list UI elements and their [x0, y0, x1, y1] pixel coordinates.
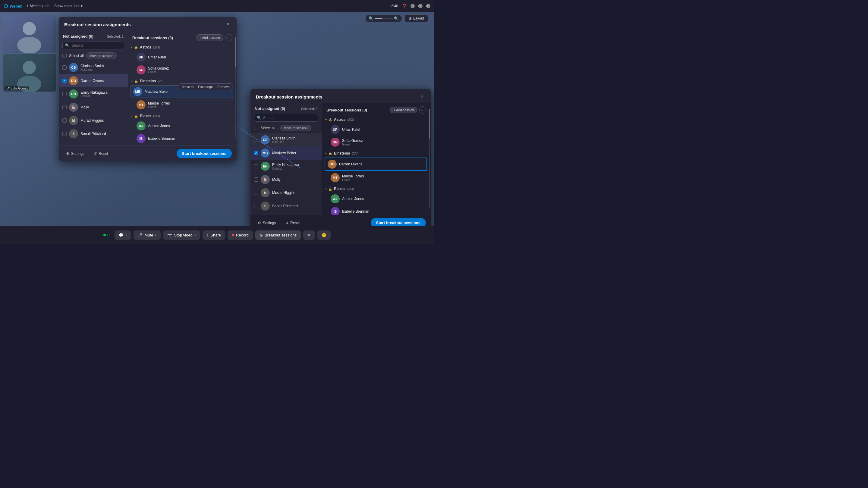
avatar: UP [136, 53, 146, 62]
record-btn[interactable]: Record [227, 230, 253, 240]
more-options-btn-1[interactable]: ··· [225, 34, 232, 41]
mute-btn[interactable]: 🎤 Mute ▾ [133, 230, 161, 240]
modal-1-close-btn[interactable]: × [225, 21, 231, 28]
footer-left: ⚙ Settings ↺ Reset [64, 150, 111, 157]
person-checkbox[interactable] [62, 92, 67, 96]
person-checkbox[interactable] [254, 138, 258, 142]
list-item[interactable]: S Sonali Pritchard [250, 199, 322, 213]
action-popup: Move to | Exchange | Remove [179, 84, 232, 90]
person-name: Murad Higgins [272, 191, 318, 195]
select-all-row: Select all Move to session [59, 51, 128, 61]
session-header-blazes-2[interactable]: ▾ 🔒 Blazes (3/3) [322, 185, 430, 193]
list-item[interactable]: MB Matthew Baker [250, 147, 322, 160]
person-checkbox[interactable] [62, 105, 67, 109]
person-checkbox[interactable] [62, 119, 67, 123]
exchange-btn[interactable]: Exchange [198, 85, 213, 89]
help-icon: ❓ [402, 4, 407, 8]
reset-btn-2[interactable]: ↺ Reset [283, 220, 302, 226]
session-member[interactable]: AJ Austen Jones [128, 120, 236, 132]
list-item[interactable]: DO Darren Owens [59, 74, 128, 87]
select-all-checkbox[interactable] [62, 54, 67, 58]
reactions-btn[interactable]: 😊 [317, 230, 331, 240]
person-checkbox[interactable] [254, 191, 258, 195]
move-to-session-btn-1[interactable]: Move to session [86, 53, 117, 59]
add-session-btn-2[interactable]: + Add session [390, 107, 417, 113]
zoom-out-icon[interactable]: 🔍 [369, 16, 373, 21]
list-item[interactable]: CS Clarissa Smith Host, me [59, 61, 128, 74]
person-name: Matthew Baker [272, 151, 318, 155]
session-header-astros[interactable]: ▾ 🔒 Astros (2/3) [128, 44, 236, 51]
list-item[interactable]: S Sonali Pritchard [59, 127, 128, 140]
breakout-btn[interactable]: ⊗ Breakout sessions [255, 230, 301, 240]
person-checkbox[interactable] [254, 164, 258, 168]
meeting-info-btn[interactable]: ℹ Meeting info [27, 4, 50, 8]
move-to-btn[interactable]: Move to [182, 85, 193, 89]
session-member[interactable]: SG Sofia Gomez Guest [128, 64, 236, 76]
session-member[interactable]: MT Marise Torres Guest [322, 171, 430, 184]
session-member[interactable]: IB Isabelle Brennan [322, 205, 430, 215]
move-to-session-btn-2[interactable]: Move to session [280, 125, 311, 131]
breakout-icon: ⊗ [259, 233, 263, 237]
person-checkbox[interactable] [62, 65, 67, 70]
session-count-einsteins: (2/3) [158, 79, 164, 83]
record-icon [232, 234, 234, 236]
session-member[interactable]: UP Umar Patel [128, 51, 236, 64]
modal-2-close-btn[interactable]: × [419, 93, 425, 100]
person-checkbox[interactable] [62, 78, 67, 83]
messages-btn[interactable]: 💬 ▾ [115, 230, 131, 240]
emoji-icon: 😊 [321, 233, 327, 237]
mic-icon: 🎤 [6, 87, 10, 90]
session-member[interactable]: SG Sofia Gomez Guest [322, 136, 430, 149]
list-item[interactable]: EN Emily Nakagawa Cohost [59, 87, 128, 101]
share-icon: ↑ [207, 233, 209, 237]
settings-btn-2[interactable]: ⚙ Settings [255, 220, 278, 226]
stop-video-btn[interactable]: 📷 Stop video ▾ [163, 230, 200, 240]
annotations-btn[interactable]: ✏ [303, 230, 315, 240]
select-all-checkbox-2[interactable] [254, 126, 258, 130]
reset-btn-1[interactable]: ↺ Reset [91, 150, 110, 157]
list-item[interactable]: EN Emily Nakagawa Cohost [250, 160, 322, 173]
session-member-highlighted-2[interactable]: DO Darren Owens [324, 158, 427, 171]
chevron-down-icon: ▾ [155, 233, 156, 237]
list-item[interactable]: CS Clarissa Smith Host, me [250, 133, 322, 147]
show-menu-bar-btn[interactable]: Show menu bar ▾ [54, 4, 83, 8]
lock-icon: 🔒 [134, 46, 138, 49]
person-checkbox[interactable] [254, 177, 258, 182]
remove-btn[interactable]: Remove [217, 85, 230, 89]
session-header-einsteins-2[interactable]: ▾ 🔒 Einsteins (2/3) [322, 150, 430, 157]
avatar: CS [261, 135, 270, 144]
list-item[interactable]: M Murad Higgins [59, 114, 128, 127]
webex-icon: ⬡ [4, 3, 8, 9]
session-header-blazes[interactable]: ▾ 🔒 Blazes (3/3) [128, 112, 236, 120]
list-item[interactable]: M Murad Higgins [250, 186, 322, 199]
session-member[interactable]: IB Isabelle Brennan [128, 132, 236, 145]
person-checkbox[interactable] [254, 204, 258, 208]
session-member[interactable]: UP Umar Patel [322, 123, 430, 136]
session-member[interactable]: MT Marise Torres Guest [128, 98, 236, 111]
webex-status-icon: ○ [107, 232, 110, 238]
chevron-down-icon: ▾ [131, 115, 133, 118]
search-input-2[interactable] [263, 116, 315, 120]
search-input-1[interactable] [71, 43, 121, 47]
list-item[interactable]: 🐕 Molly [59, 101, 128, 114]
share-btn[interactable]: ↑ Share [203, 230, 225, 240]
start-breakout-btn-1[interactable]: Start breakout sessions [177, 149, 232, 158]
add-session-btn-1[interactable]: + Add session [196, 34, 223, 41]
close-btn[interactable]: × [426, 4, 430, 8]
person-checkbox[interactable] [254, 151, 258, 155]
message-icon: 💬 [119, 233, 124, 237]
session-einsteins-2: ▾ 🔒 Einsteins (2/3) DO Darren Owens MT [322, 150, 430, 184]
settings-btn-1[interactable]: ⚙ Settings [64, 150, 87, 157]
person-checkbox[interactable] [62, 132, 67, 136]
session-header-astros-2[interactable]: ▾ 🔒 Astros (2/3) [322, 116, 430, 123]
layout-btn[interactable]: ⊞ Layout [405, 14, 428, 22]
person-role: Guest [148, 105, 232, 109]
more-options-btn-2[interactable]: ··· [419, 106, 427, 113]
sessions-list-1: ▾ 🔒 Astros (2/3) UP Umar Patel SG [128, 44, 237, 145]
maximize-btn[interactable]: □ [418, 4, 423, 8]
avatar: SG [331, 138, 340, 147]
minimize-btn[interactable]: − [410, 4, 415, 8]
zoom-in-icon[interactable]: 🔍 [394, 16, 399, 21]
list-item[interactable]: 🐕 Molly [250, 173, 322, 186]
session-member[interactable]: AJ Austen Jones [322, 193, 430, 205]
